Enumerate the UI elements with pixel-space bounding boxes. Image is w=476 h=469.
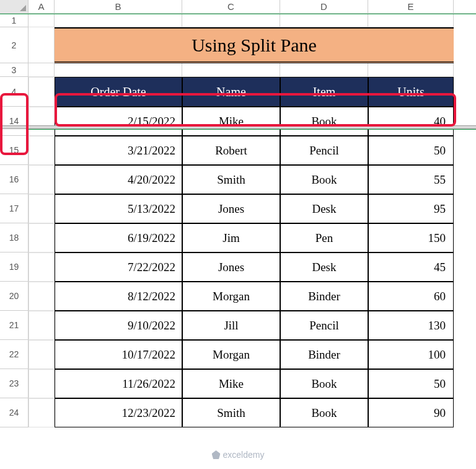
table-row: 22 10/17/2022 Morgan Binder 100 [0,340,476,369]
cell-item[interactable]: Book [280,107,368,136]
cell-order-date[interactable]: 5/13/2022 [55,194,182,223]
cell-name[interactable]: Jim [182,223,280,252]
table-row: 14 2/15/2022 Mike Book 40 [0,107,476,136]
cell-units[interactable]: 40 [368,107,454,136]
cell-order-date[interactable]: 9/10/2022 [55,311,182,340]
cell-units[interactable]: 150 [368,223,454,252]
row-header-3[interactable]: 3 [0,63,29,77]
row-header[interactable]: 19 [0,252,29,282]
row-header-1[interactable]: 1 [0,14,29,27]
cell-name[interactable]: Smith [182,165,280,194]
cell-order-date[interactable]: 2/15/2022 [55,107,182,136]
cell-item[interactable]: Pencil [280,311,368,340]
row-header[interactable]: 14 [0,107,29,136]
cell[interactable] [280,63,368,77]
cell-name[interactable]: Jill [182,311,280,340]
cell[interactable] [29,282,55,311]
cell-units[interactable]: 45 [368,252,454,282]
cell-name[interactable]: Smith [182,398,280,427]
row-header[interactable]: 24 [0,398,29,427]
cell-order-date[interactable]: 8/12/2022 [55,282,182,311]
cell-units[interactable]: 50 [368,369,454,398]
table-row: 15 3/21/2022 Robert Pencil 50 [0,136,476,165]
cell[interactable] [29,223,55,252]
table-header-name[interactable]: Name [182,77,280,107]
column-header-B[interactable]: B [55,0,182,13]
cell-order-date[interactable]: 4/20/2022 [55,165,182,194]
column-header-E[interactable]: E [368,0,454,13]
cell-item[interactable]: Book [280,165,368,194]
select-all-corner[interactable] [0,0,29,13]
column-header-D[interactable]: D [280,0,368,13]
cell[interactable] [280,14,368,27]
cell-item[interactable]: Desk [280,194,368,223]
cell-units[interactable]: 95 [368,194,454,223]
cell-name[interactable]: Morgan [182,340,280,369]
cell-item[interactable]: Book [280,398,368,427]
cell-units[interactable]: 90 [368,398,454,427]
cell[interactable] [29,14,55,27]
row-header[interactable]: 21 [0,311,29,340]
cell-units[interactable]: 55 [368,165,454,194]
row-header[interactable]: 22 [0,340,29,369]
cell-order-date[interactable]: 12/23/2022 [55,398,182,427]
cell-order-date[interactable]: 11/26/2022 [55,369,182,398]
cell-name[interactable]: Mike [182,107,280,136]
cell[interactable] [29,398,55,427]
cell[interactable] [29,194,55,223]
cell-order-date[interactable]: 3/21/2022 [55,136,182,165]
table-header-order-date[interactable]: Order Date [55,77,182,107]
cell[interactable] [29,77,55,107]
cell[interactable] [29,136,55,165]
cell[interactable] [55,14,182,27]
cell-order-date[interactable]: 10/17/2022 [55,340,182,369]
active-row-indicator [29,129,476,130]
cell[interactable] [55,63,182,77]
active-column-indicator [0,14,476,14]
cell[interactable] [29,63,55,77]
cell-item[interactable]: Binder [280,282,368,311]
cell-item[interactable]: Pencil [280,136,368,165]
cell-item[interactable]: Pen [280,223,368,252]
cell[interactable] [182,63,280,77]
cell-item[interactable]: Book [280,369,368,398]
cell[interactable] [29,107,55,136]
cell-item[interactable]: Binder [280,340,368,369]
cell-units[interactable]: 130 [368,311,454,340]
row-header[interactable]: 18 [0,223,29,252]
cell-units[interactable]: 60 [368,282,454,311]
cell[interactable] [29,27,55,63]
table-row: 23 11/26/2022 Mike Book 50 [0,369,476,398]
cell[interactable] [29,252,55,282]
cell-item[interactable]: Desk [280,252,368,282]
cell-name[interactable]: Jones [182,252,280,282]
row-header[interactable]: 15 [0,136,29,165]
row-header-4[interactable]: 4 [0,77,29,107]
cell-name[interactable]: Robert [182,136,280,165]
cell[interactable] [29,369,55,398]
cell[interactable] [368,14,454,27]
column-header-C[interactable]: C [182,0,280,13]
table-header-item[interactable]: Item [280,77,368,107]
cell-name[interactable]: Jones [182,194,280,223]
cell[interactable] [29,165,55,194]
cell-order-date[interactable]: 7/22/2022 [55,252,182,282]
cell[interactable] [29,311,55,340]
row-header[interactable]: 17 [0,194,29,223]
table-row: 24 12/23/2022 Smith Book 90 [0,398,476,427]
cell-units[interactable]: 50 [368,136,454,165]
row-header[interactable]: 23 [0,369,29,398]
row-header[interactable]: 20 [0,282,29,311]
column-header-A[interactable]: A [29,0,55,13]
cell-order-date[interactable]: 6/19/2022 [55,223,182,252]
table-header-units[interactable]: Units [368,77,454,107]
row-header[interactable]: 16 [0,165,29,194]
page-title[interactable]: Using Split Pane [55,27,454,63]
row-header-2[interactable]: 2 [0,27,29,63]
cell-units[interactable]: 100 [368,340,454,369]
cell[interactable] [29,340,55,369]
cell[interactable] [182,14,280,27]
cell-name[interactable]: Morgan [182,282,280,311]
cell[interactable] [368,63,454,77]
cell-name[interactable]: Mike [182,369,280,398]
